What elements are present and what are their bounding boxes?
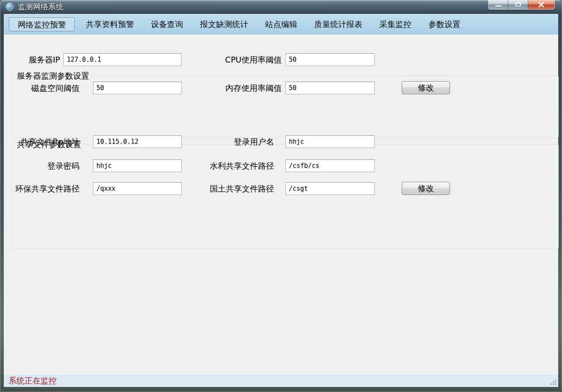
tab-message-missing-stats[interactable]: 报文缺测统计 [194,17,254,31]
window-controls [488,0,555,10]
cpu-threshold-label: CPU使用率阈值 [178,53,282,66]
minimize-button[interactable] [488,0,508,9]
water-share-path-input[interactable] [285,159,375,172]
tab-shared-data-warning[interactable]: 共享资料预警 [80,17,140,31]
status-bar: 系统正在监控 [4,374,558,387]
minimize-icon [495,5,502,7]
disk-threshold-input[interactable] [93,82,182,94]
ftp-address-input[interactable] [93,135,182,148]
app-window: 监测网络系统 网络监控预警 共享资料预警 设备查询 报文缺测统计 站点编辑 质量… [0,0,562,392]
login-password-label: 登录密码 [8,159,80,173]
maximize-icon [515,3,521,7]
server-modify-button[interactable]: 修改 [402,81,450,94]
status-message: 系统正在监控 [8,376,57,387]
server-params-group-title: 服务器监测参数设置 [15,71,91,80]
login-user-label: 登录用户名 [178,135,274,148]
tab-bar: 网络监控预警 共享资料预警 设备查询 报文缺测统计 站点编辑 质量统计报表 采集… [4,14,558,35]
maximize-button[interactable] [508,0,528,9]
tab-collection-monitor[interactable]: 采集监控 [373,17,417,31]
disk-threshold-label: 磁盘空间阈值 [8,82,80,95]
login-password-input[interactable] [93,159,182,172]
tab-site-edit[interactable]: 站点编辑 [259,17,303,31]
titlebar: 监测网络系统 [0,0,562,14]
land-share-path-label: 国土共享文件路径 [178,182,274,195]
cpu-threshold-input[interactable] [285,53,375,66]
memory-threshold-label: 内存使用率阈值 [178,82,282,95]
tab-quality-report[interactable]: 质量统计报表 [308,17,368,31]
close-icon [538,2,544,7]
window-title: 监测网络系统 [18,2,63,12]
water-share-path-label: 水利共享文件路径 [178,159,274,173]
tab-parameter-settings[interactable]: 参数设置 [422,17,466,31]
server-ip-label: 服务器IP [8,53,60,66]
close-button[interactable] [528,0,554,9]
env-share-path-label: 环保共享文件路径 [8,182,80,195]
land-share-path-input[interactable] [285,182,375,195]
resize-grip-icon[interactable] [550,378,557,385]
env-share-path-input[interactable] [93,182,182,195]
login-user-input[interactable] [285,135,375,148]
share-modify-button[interactable]: 修改 [402,182,450,195]
memory-threshold-input[interactable] [285,82,375,94]
server-ip-input[interactable] [63,53,181,66]
tab-device-query[interactable]: 设备查询 [145,17,189,31]
ftp-address-label: 共享文件ftp地址 [8,135,80,148]
globe-icon [5,3,14,11]
tab-network-monitor-warning[interactable]: 网络监控预警 [9,17,75,31]
